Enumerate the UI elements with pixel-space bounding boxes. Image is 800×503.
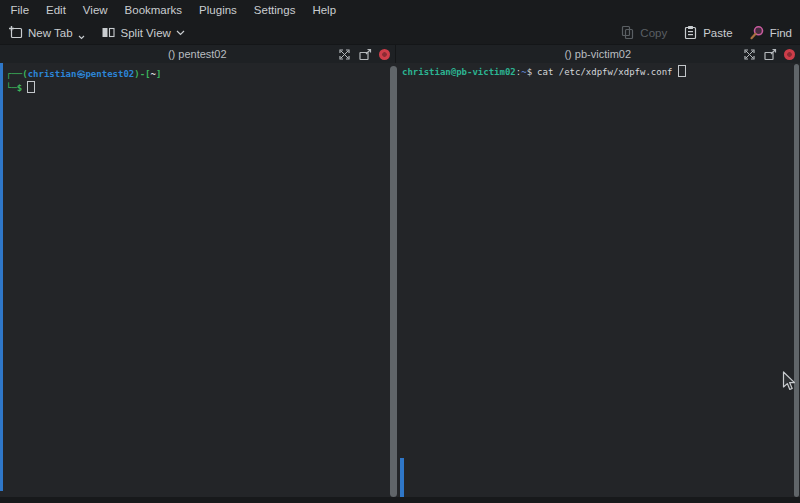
caret-down-icon [78, 35, 85, 40]
maximize-split-icon[interactable] [338, 48, 351, 61]
left-pane-scrollbar[interactable] [388, 63, 399, 497]
terminal-cursor [678, 65, 686, 77]
menu-bookmarks[interactable]: Bookmarks [116, 0, 191, 21]
split-title-pentest02: () pentest02 [168, 48, 227, 60]
copy-label: Copy [640, 27, 667, 39]
split-header-pentest02[interactable]: () pentest02 [0, 45, 395, 63]
toolbar: New Tab Split View Copy [0, 21, 800, 45]
split-view-label: Split View [121, 27, 171, 39]
scrollbar-thumb[interactable] [390, 66, 397, 497]
prompt-dollar: └─$ [6, 83, 22, 93]
prompt-user-host: christian@pb-victim02 [402, 67, 516, 77]
typed-command: cat /etc/xdpfw/xdpfw.conf [537, 67, 672, 77]
paste-label: Paste [703, 27, 732, 39]
split-header-controls-right [743, 45, 795, 63]
copy-button[interactable]: Copy [620, 25, 667, 40]
split-title-pb-victim02: () pb-victim02 [564, 48, 631, 60]
chevron-down-icon [176, 30, 185, 36]
close-icon[interactable] [784, 49, 795, 60]
new-tab-button[interactable]: New Tab [8, 25, 85, 40]
mouse-cursor [782, 371, 797, 392]
close-icon[interactable] [379, 49, 390, 60]
scrollbar-thumb[interactable] [794, 64, 799, 497]
menu-file[interactable]: File [2, 0, 38, 21]
terminal-pb-victim02[interactable]: christian@pb-victim02:~$cat /etc/xdpfw/x… [399, 63, 792, 497]
command-line: christian@pb-victim02:~$cat /etc/xdpfw/x… [399, 65, 792, 79]
detach-tab-icon[interactable] [763, 48, 777, 61]
menu-plugins[interactable]: Plugins [191, 0, 246, 21]
prompt-frame-close: ] [156, 69, 161, 79]
terminal-pentest02[interactable]: ┌──(christian㉿pentest02)-[~] └─$ [0, 63, 388, 497]
paste-icon [683, 25, 698, 40]
prompt-frame-mid: )-[ [134, 69, 150, 79]
new-output-indicator-right [400, 458, 404, 497]
new-tab-label: New Tab [28, 27, 73, 39]
split-headers: () pentest02 () pb-victim02 [0, 45, 800, 63]
prompt-frame-open: ┌──( [6, 69, 28, 79]
prompt-line-2: └─$ [0, 81, 388, 95]
split-view-button[interactable]: Split View [101, 25, 185, 40]
maximize-split-icon[interactable] [743, 48, 756, 61]
find-label: Find [770, 27, 792, 39]
menu-help[interactable]: Help [304, 0, 345, 21]
split-header-pb-victim02[interactable]: () pb-victim02 [395, 45, 800, 63]
prompt-line-1: ┌──(christian㉿pentest02)-[~] [0, 68, 388, 81]
detach-tab-icon[interactable] [358, 48, 372, 61]
terminal-cursor [27, 81, 35, 93]
split-header-controls-left [338, 45, 390, 63]
menu-bar: File Edit View Bookmarks Plugins Setting… [0, 0, 800, 21]
menu-settings[interactable]: Settings [245, 0, 304, 21]
paste-button[interactable]: Paste [683, 25, 732, 40]
menu-view[interactable]: View [74, 0, 116, 21]
prompt-dollar: $ [527, 67, 532, 77]
copy-icon [620, 25, 635, 40]
magnifier-icon [749, 25, 765, 41]
new-output-indicator-left [0, 63, 3, 491]
tab-new-icon [8, 25, 23, 40]
window-bottom-edge [0, 497, 800, 503]
split-view-icon [101, 25, 116, 40]
find-button[interactable]: Find [749, 25, 792, 41]
right-pane-scrollbar[interactable] [792, 63, 800, 497]
terminal-area: ┌──(christian㉿pentest02)-[~] └─$ christi… [0, 63, 800, 497]
menu-edit[interactable]: Edit [38, 0, 75, 21]
prompt-user-host: christian㉿pentest02 [28, 69, 135, 79]
